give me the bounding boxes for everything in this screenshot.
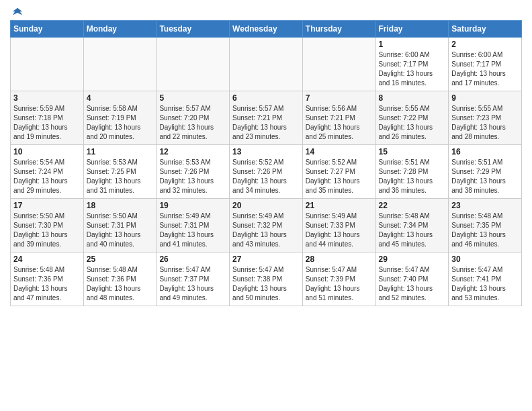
calendar-cell: 24Sunrise: 5:48 AM Sunset: 7:36 PM Dayli… bbox=[11, 253, 84, 306]
weekday-header-monday: Monday bbox=[83, 21, 157, 38]
day-info: Sunrise: 5:47 AM Sunset: 7:40 PM Dayligh… bbox=[379, 265, 446, 303]
day-info: Sunrise: 5:52 AM Sunset: 7:26 PM Dayligh… bbox=[232, 158, 300, 195]
svg-marker-0 bbox=[13, 8, 22, 15]
day-number: 26 bbox=[159, 255, 226, 264]
day-info: Sunrise: 5:56 AM Sunset: 7:21 PM Dayligh… bbox=[306, 104, 373, 142]
weekday-header-tuesday: Tuesday bbox=[157, 21, 230, 38]
calendar-table: SundayMondayTuesdayWednesdayThursdayFrid… bbox=[10, 20, 522, 306]
day-number: 17 bbox=[13, 201, 81, 210]
day-number: 21 bbox=[306, 201, 373, 210]
calendar-cell: 8Sunrise: 5:55 AM Sunset: 7:22 PM Daylig… bbox=[375, 91, 449, 145]
day-number: 5 bbox=[159, 93, 226, 103]
day-number: 28 bbox=[306, 255, 373, 264]
calendar-week-row: 1Sunrise: 6:00 AM Sunset: 7:17 PM Daylig… bbox=[11, 38, 522, 91]
calendar-cell: 20Sunrise: 5:49 AM Sunset: 7:32 PM Dayli… bbox=[230, 199, 303, 253]
weekday-header-row: SundayMondayTuesdayWednesdayThursdayFrid… bbox=[11, 21, 522, 38]
calendar-cell bbox=[157, 38, 230, 91]
day-number: 6 bbox=[232, 93, 300, 103]
day-info: Sunrise: 5:48 AM Sunset: 7:36 PM Dayligh… bbox=[13, 265, 81, 303]
day-info: Sunrise: 5:49 AM Sunset: 7:32 PM Dayligh… bbox=[232, 212, 300, 249]
day-number: 1 bbox=[379, 40, 446, 49]
logo-text bbox=[10, 7, 24, 19]
day-number: 20 bbox=[232, 201, 300, 210]
day-number: 24 bbox=[13, 255, 81, 264]
day-number: 9 bbox=[451, 93, 519, 103]
calendar-cell: 23Sunrise: 5:48 AM Sunset: 7:35 PM Dayli… bbox=[449, 199, 522, 253]
calendar-cell: 12Sunrise: 5:53 AM Sunset: 7:26 PM Dayli… bbox=[157, 145, 230, 199]
day-info: Sunrise: 5:51 AM Sunset: 7:29 PM Dayligh… bbox=[451, 158, 519, 195]
calendar-cell: 26Sunrise: 5:47 AM Sunset: 7:37 PM Dayli… bbox=[157, 253, 230, 306]
day-number: 15 bbox=[379, 147, 446, 156]
weekday-header-saturday: Saturday bbox=[449, 21, 522, 38]
day-info: Sunrise: 5:47 AM Sunset: 7:37 PM Dayligh… bbox=[159, 265, 226, 303]
calendar-cell bbox=[83, 38, 157, 91]
day-info: Sunrise: 5:49 AM Sunset: 7:33 PM Dayligh… bbox=[306, 212, 373, 249]
calendar-cell: 13Sunrise: 5:52 AM Sunset: 7:26 PM Dayli… bbox=[230, 145, 303, 199]
day-number: 23 bbox=[451, 201, 519, 210]
calendar-cell: 9Sunrise: 5:55 AM Sunset: 7:23 PM Daylig… bbox=[449, 91, 522, 145]
day-info: Sunrise: 5:51 AM Sunset: 7:28 PM Dayligh… bbox=[379, 158, 446, 195]
calendar-cell: 10Sunrise: 5:54 AM Sunset: 7:24 PM Dayli… bbox=[11, 145, 84, 199]
logo-bird-icon bbox=[11, 7, 24, 19]
day-info: Sunrise: 5:55 AM Sunset: 7:23 PM Dayligh… bbox=[451, 104, 519, 142]
day-info: Sunrise: 5:55 AM Sunset: 7:22 PM Dayligh… bbox=[379, 104, 446, 142]
day-number: 12 bbox=[159, 147, 226, 156]
day-info: Sunrise: 5:47 AM Sunset: 7:39 PM Dayligh… bbox=[306, 265, 373, 303]
calendar-week-row: 24Sunrise: 5:48 AM Sunset: 7:36 PM Dayli… bbox=[11, 253, 522, 306]
day-number: 27 bbox=[232, 255, 300, 264]
day-number: 7 bbox=[306, 93, 373, 103]
calendar-cell: 4Sunrise: 5:58 AM Sunset: 7:19 PM Daylig… bbox=[83, 91, 157, 145]
calendar-cell: 5Sunrise: 5:57 AM Sunset: 7:20 PM Daylig… bbox=[157, 91, 230, 145]
calendar-cell: 17Sunrise: 5:50 AM Sunset: 7:30 PM Dayli… bbox=[11, 199, 84, 253]
day-number: 3 bbox=[13, 93, 81, 103]
calendar-cell: 16Sunrise: 5:51 AM Sunset: 7:29 PM Dayli… bbox=[449, 145, 522, 199]
day-number: 2 bbox=[451, 40, 519, 49]
day-number: 8 bbox=[379, 93, 446, 103]
weekday-header-friday: Friday bbox=[375, 21, 449, 38]
calendar-cell: 7Sunrise: 5:56 AM Sunset: 7:21 PM Daylig… bbox=[302, 91, 375, 145]
weekday-header-sunday: Sunday bbox=[11, 21, 84, 38]
calendar-cell: 28Sunrise: 5:47 AM Sunset: 7:39 PM Dayli… bbox=[302, 253, 375, 306]
day-info: Sunrise: 5:52 AM Sunset: 7:27 PM Dayligh… bbox=[306, 158, 373, 195]
day-info: Sunrise: 5:48 AM Sunset: 7:36 PM Dayligh… bbox=[87, 265, 154, 303]
day-info: Sunrise: 5:53 AM Sunset: 7:25 PM Dayligh… bbox=[87, 158, 154, 195]
calendar-cell: 30Sunrise: 5:47 AM Sunset: 7:41 PM Dayli… bbox=[449, 253, 522, 306]
calendar-cell: 11Sunrise: 5:53 AM Sunset: 7:25 PM Dayli… bbox=[83, 145, 157, 199]
day-number: 4 bbox=[87, 93, 154, 103]
day-info: Sunrise: 5:58 AM Sunset: 7:19 PM Dayligh… bbox=[87, 104, 154, 142]
day-number: 14 bbox=[306, 147, 373, 156]
calendar-cell bbox=[302, 38, 375, 91]
day-info: Sunrise: 5:47 AM Sunset: 7:41 PM Dayligh… bbox=[451, 265, 519, 303]
weekday-header-wednesday: Wednesday bbox=[230, 21, 303, 38]
day-info: Sunrise: 5:57 AM Sunset: 7:21 PM Dayligh… bbox=[232, 104, 300, 142]
calendar-week-row: 10Sunrise: 5:54 AM Sunset: 7:24 PM Dayli… bbox=[11, 145, 522, 199]
calendar-cell: 1Sunrise: 6:00 AM Sunset: 7:17 PM Daylig… bbox=[375, 38, 449, 91]
weekday-header-thursday: Thursday bbox=[302, 21, 375, 38]
day-info: Sunrise: 6:00 AM Sunset: 7:17 PM Dayligh… bbox=[379, 50, 446, 88]
day-info: Sunrise: 5:48 AM Sunset: 7:34 PM Dayligh… bbox=[379, 212, 446, 249]
calendar-cell: 18Sunrise: 5:50 AM Sunset: 7:31 PM Dayli… bbox=[83, 199, 157, 253]
day-number: 22 bbox=[379, 201, 446, 210]
day-info: Sunrise: 5:57 AM Sunset: 7:20 PM Dayligh… bbox=[159, 104, 226, 142]
day-number: 16 bbox=[451, 147, 519, 156]
day-number: 13 bbox=[232, 147, 300, 156]
calendar-cell: 19Sunrise: 5:49 AM Sunset: 7:31 PM Dayli… bbox=[157, 199, 230, 253]
day-number: 19 bbox=[159, 201, 226, 210]
calendar-cell: 25Sunrise: 5:48 AM Sunset: 7:36 PM Dayli… bbox=[83, 253, 157, 306]
day-number: 25 bbox=[87, 255, 154, 264]
day-info: Sunrise: 5:49 AM Sunset: 7:31 PM Dayligh… bbox=[159, 212, 226, 249]
calendar-cell bbox=[230, 38, 303, 91]
logo bbox=[10, 7, 24, 16]
day-info: Sunrise: 5:50 AM Sunset: 7:31 PM Dayligh… bbox=[87, 212, 154, 249]
calendar-week-row: 3Sunrise: 5:59 AM Sunset: 7:18 PM Daylig… bbox=[11, 91, 522, 145]
day-number: 29 bbox=[379, 255, 446, 264]
calendar-cell: 22Sunrise: 5:48 AM Sunset: 7:34 PM Dayli… bbox=[375, 199, 449, 253]
calendar-cell: 15Sunrise: 5:51 AM Sunset: 7:28 PM Dayli… bbox=[375, 145, 449, 199]
day-info: Sunrise: 6:00 AM Sunset: 7:17 PM Dayligh… bbox=[451, 50, 519, 88]
day-number: 30 bbox=[451, 255, 519, 264]
day-info: Sunrise: 5:53 AM Sunset: 7:26 PM Dayligh… bbox=[159, 158, 226, 195]
header bbox=[10, 7, 522, 16]
calendar-week-row: 17Sunrise: 5:50 AM Sunset: 7:30 PM Dayli… bbox=[11, 199, 522, 253]
calendar-cell: 2Sunrise: 6:00 AM Sunset: 7:17 PM Daylig… bbox=[449, 38, 522, 91]
day-info: Sunrise: 5:59 AM Sunset: 7:18 PM Dayligh… bbox=[13, 104, 81, 142]
